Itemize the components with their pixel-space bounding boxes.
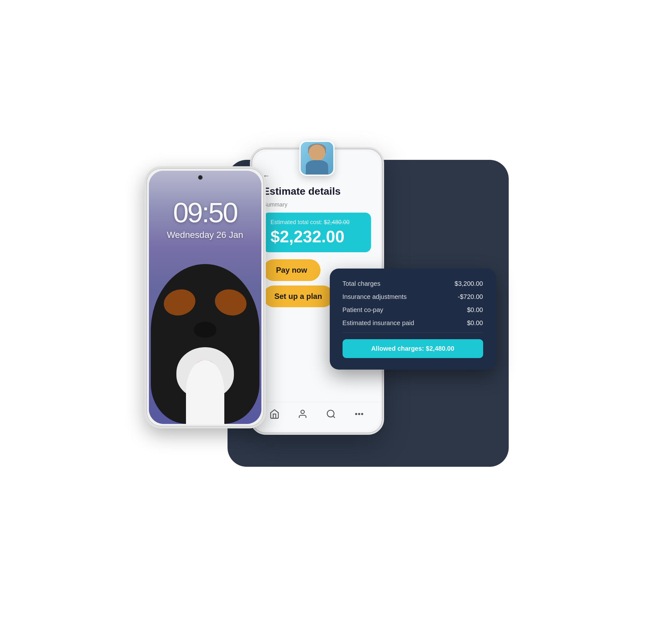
pay-now-button[interactable]: Pay now: [263, 259, 320, 281]
patient-copay-value: $0.00: [467, 306, 483, 313]
estimate-original-label: Estimated total cost:: [271, 219, 322, 226]
nav-more-icon[interactable]: [351, 406, 367, 422]
doctor-avatar: [299, 141, 335, 176]
volume-down-button[interactable]: [144, 238, 145, 255]
front-camera: [198, 175, 202, 180]
lock-time: 09:50: [149, 196, 261, 229]
power-button[interactable]: [265, 232, 266, 258]
info-row-patient-copay: Patient co-pay $0.00: [342, 306, 483, 313]
person-svg: [297, 409, 308, 419]
svg-point-5: [362, 413, 363, 415]
total-charges-label: Total charges: [342, 280, 381, 287]
volume-up-button[interactable]: [144, 218, 145, 234]
nav-person-icon[interactable]: [295, 406, 311, 422]
more-svg: [354, 409, 364, 419]
allowed-charges-button[interactable]: Allowed charges: $2,480.00: [342, 339, 483, 358]
insurance-adjustments-label: Insurance adjustments: [342, 293, 407, 301]
scene: 09:50 Wednesday 26 Jan ← Estimat: [144, 141, 528, 492]
doctor-body: [306, 160, 328, 174]
svg-point-1: [327, 410, 334, 417]
estimate-original-amount: $2,480.00: [324, 219, 350, 226]
bottom-navigation: [254, 402, 380, 431]
estimated-insurance-label: Estimated insurance paid: [342, 320, 414, 327]
lock-screen: 09:50 Wednesday 26 Jan: [149, 171, 261, 424]
insurance-adjustments-value: -$720.00: [458, 293, 483, 301]
svg-line-2: [333, 416, 335, 418]
info-row-total-charges: Total charges $3,200.00: [342, 280, 483, 287]
estimate-main-amount: $2,232.00: [271, 228, 363, 246]
page-title: Estimate details: [263, 186, 371, 197]
info-divider: [342, 332, 483, 333]
estimated-insurance-value: $0.00: [467, 320, 483, 327]
svg-point-0: [301, 410, 305, 414]
summary-label: Summary: [263, 202, 371, 208]
nav-search-icon[interactable]: [323, 406, 339, 422]
svg-point-3: [356, 413, 357, 415]
setup-plan-button[interactable]: Set up a plan: [263, 285, 334, 307]
info-row-estimated-insurance: Estimated insurance paid $0.00: [342, 320, 483, 327]
info-card: Total charges $3,200.00 Insurance adjust…: [330, 268, 496, 370]
svg-point-4: [359, 413, 360, 415]
nav-home-icon[interactable]: [266, 406, 283, 422]
app-power-button[interactable]: [384, 209, 384, 232]
lock-date: Wednesday 26 Jan: [149, 230, 261, 240]
total-charges-value: $3,200.00: [455, 280, 483, 287]
estimate-original-line: Estimated total cost: $2,480.00: [271, 219, 363, 226]
doctor-head: [309, 144, 325, 161]
estimate-card: Estimated total cost: $2,480.00 $2,232.0…: [263, 213, 371, 252]
search-svg: [326, 409, 336, 419]
phone-dog: 09:50 Wednesday 26 Jan: [144, 166, 266, 428]
home-svg: [269, 409, 280, 419]
patient-copay-label: Patient co-pay: [342, 306, 383, 313]
info-row-insurance-adjustments: Insurance adjustments -$720.00: [342, 293, 483, 301]
phone-dog-outer: 09:50 Wednesday 26 Jan: [144, 166, 266, 428]
lock-screen-overlay: 09:50 Wednesday 26 Jan: [149, 171, 261, 424]
